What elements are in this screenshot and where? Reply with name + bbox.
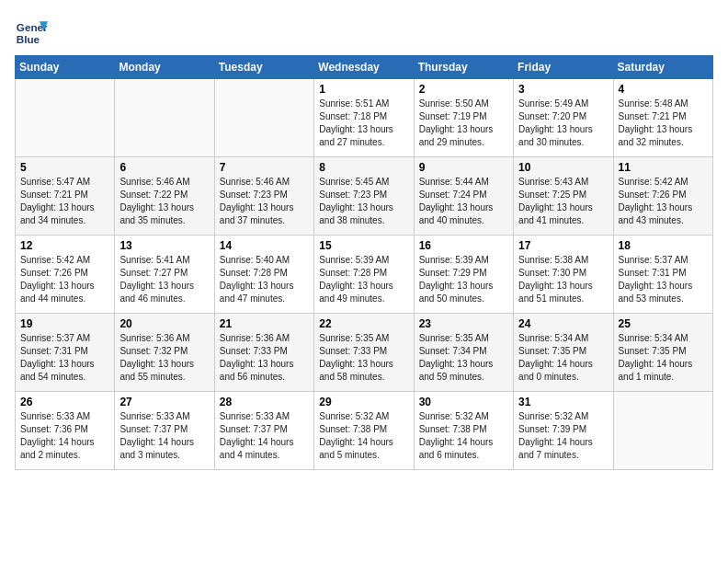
calendar-cell: 2Sunrise: 5:50 AM Sunset: 7:19 PM Daylig… bbox=[414, 79, 513, 157]
day-number: 6 bbox=[119, 161, 209, 174]
day-info: Sunrise: 5:41 AM Sunset: 7:27 PM Dayligh… bbox=[119, 254, 209, 305]
calendar-cell: 17Sunrise: 5:38 AM Sunset: 7:30 PM Dayli… bbox=[514, 236, 613, 314]
calendar-cell bbox=[613, 392, 712, 470]
day-info: Sunrise: 5:39 AM Sunset: 7:28 PM Dayligh… bbox=[319, 254, 408, 305]
svg-text:Blue: Blue bbox=[17, 33, 40, 45]
calendar-cell bbox=[115, 79, 214, 157]
day-info: Sunrise: 5:48 AM Sunset: 7:21 PM Dayligh… bbox=[619, 98, 708, 149]
day-number: 21 bbox=[220, 317, 309, 330]
calendar-cell: 6Sunrise: 5:46 AM Sunset: 7:22 PM Daylig… bbox=[115, 157, 214, 236]
calendar-cell: 16Sunrise: 5:39 AM Sunset: 7:29 PM Dayli… bbox=[414, 236, 513, 314]
day-number: 4 bbox=[619, 83, 708, 96]
page-header: General Blue bbox=[15, 15, 713, 48]
day-number: 15 bbox=[319, 239, 408, 252]
day-number: 25 bbox=[619, 317, 708, 330]
day-number: 10 bbox=[518, 161, 608, 174]
day-info: Sunrise: 5:46 AM Sunset: 7:23 PM Dayligh… bbox=[220, 176, 309, 227]
calendar-body: 1Sunrise: 5:51 AM Sunset: 7:18 PM Daylig… bbox=[16, 79, 713, 470]
day-info: Sunrise: 5:51 AM Sunset: 7:18 PM Dayligh… bbox=[319, 98, 408, 149]
calendar-week-2: 5Sunrise: 5:47 AM Sunset: 7:21 PM Daylig… bbox=[16, 157, 713, 236]
calendar-cell bbox=[16, 79, 115, 157]
day-info: Sunrise: 5:36 AM Sunset: 7:33 PM Dayligh… bbox=[220, 332, 309, 384]
day-number: 26 bbox=[20, 396, 109, 408]
calendar-cell: 10Sunrise: 5:43 AM Sunset: 7:25 PM Dayli… bbox=[514, 157, 613, 236]
day-number: 30 bbox=[419, 396, 508, 408]
day-info: Sunrise: 5:32 AM Sunset: 7:38 PM Dayligh… bbox=[419, 410, 508, 462]
day-info: Sunrise: 5:39 AM Sunset: 7:29 PM Dayligh… bbox=[419, 254, 508, 305]
logo-icon: General Blue bbox=[15, 15, 48, 48]
day-info: Sunrise: 5:34 AM Sunset: 7:35 PM Dayligh… bbox=[619, 332, 708, 384]
day-number: 20 bbox=[119, 317, 209, 330]
day-info: Sunrise: 5:37 AM Sunset: 7:31 PM Dayligh… bbox=[20, 332, 109, 384]
calendar-cell: 14Sunrise: 5:40 AM Sunset: 7:28 PM Dayli… bbox=[214, 236, 313, 314]
calendar-cell: 13Sunrise: 5:41 AM Sunset: 7:27 PM Dayli… bbox=[115, 236, 214, 314]
day-info: Sunrise: 5:32 AM Sunset: 7:38 PM Dayligh… bbox=[319, 410, 408, 462]
day-number: 14 bbox=[220, 239, 309, 252]
weekday-header-friday: Friday bbox=[514, 56, 613, 79]
day-info: Sunrise: 5:33 AM Sunset: 7:36 PM Dayligh… bbox=[20, 410, 109, 462]
day-info: Sunrise: 5:45 AM Sunset: 7:23 PM Dayligh… bbox=[319, 176, 408, 227]
day-number: 27 bbox=[119, 396, 209, 408]
calendar-cell: 3Sunrise: 5:49 AM Sunset: 7:20 PM Daylig… bbox=[514, 79, 613, 157]
day-info: Sunrise: 5:32 AM Sunset: 7:39 PM Dayligh… bbox=[518, 410, 608, 462]
day-info: Sunrise: 5:49 AM Sunset: 7:20 PM Dayligh… bbox=[518, 98, 608, 149]
day-number: 23 bbox=[419, 317, 508, 330]
day-info: Sunrise: 5:50 AM Sunset: 7:19 PM Dayligh… bbox=[419, 98, 508, 149]
day-info: Sunrise: 5:40 AM Sunset: 7:28 PM Dayligh… bbox=[220, 254, 309, 305]
day-number: 9 bbox=[419, 161, 508, 174]
day-info: Sunrise: 5:44 AM Sunset: 7:24 PM Dayligh… bbox=[419, 176, 508, 227]
day-info: Sunrise: 5:35 AM Sunset: 7:34 PM Dayligh… bbox=[419, 332, 508, 384]
day-info: Sunrise: 5:43 AM Sunset: 7:25 PM Dayligh… bbox=[518, 176, 608, 227]
calendar-cell: 31Sunrise: 5:32 AM Sunset: 7:39 PM Dayli… bbox=[514, 392, 613, 470]
weekday-header-saturday: Saturday bbox=[613, 56, 712, 79]
day-info: Sunrise: 5:35 AM Sunset: 7:33 PM Dayligh… bbox=[319, 332, 408, 384]
day-number: 19 bbox=[20, 317, 109, 330]
day-info: Sunrise: 5:42 AM Sunset: 7:26 PM Dayligh… bbox=[619, 176, 708, 227]
calendar-cell: 8Sunrise: 5:45 AM Sunset: 7:23 PM Daylig… bbox=[314, 157, 414, 236]
calendar-cell: 19Sunrise: 5:37 AM Sunset: 7:31 PM Dayli… bbox=[16, 314, 115, 392]
day-info: Sunrise: 5:42 AM Sunset: 7:26 PM Dayligh… bbox=[20, 254, 109, 305]
calendar-week-1: 1Sunrise: 5:51 AM Sunset: 7:18 PM Daylig… bbox=[16, 79, 713, 157]
day-number: 8 bbox=[319, 161, 408, 174]
calendar-cell: 25Sunrise: 5:34 AM Sunset: 7:35 PM Dayli… bbox=[613, 314, 712, 392]
weekday-header-thursday: Thursday bbox=[414, 56, 513, 79]
day-number: 16 bbox=[419, 239, 508, 252]
day-number: 31 bbox=[518, 396, 608, 408]
day-number: 7 bbox=[220, 161, 309, 174]
weekday-row: SundayMondayTuesdayWednesdayThursdayFrid… bbox=[16, 56, 713, 79]
calendar-cell: 12Sunrise: 5:42 AM Sunset: 7:26 PM Dayli… bbox=[16, 236, 115, 314]
day-number: 11 bbox=[619, 161, 708, 174]
calendar-cell: 7Sunrise: 5:46 AM Sunset: 7:23 PM Daylig… bbox=[214, 157, 313, 236]
weekday-header-tuesday: Tuesday bbox=[214, 56, 313, 79]
calendar-week-4: 19Sunrise: 5:37 AM Sunset: 7:31 PM Dayli… bbox=[16, 314, 713, 392]
calendar-cell: 4Sunrise: 5:48 AM Sunset: 7:21 PM Daylig… bbox=[613, 79, 712, 157]
calendar-week-5: 26Sunrise: 5:33 AM Sunset: 7:36 PM Dayli… bbox=[16, 392, 713, 470]
calendar-cell: 27Sunrise: 5:33 AM Sunset: 7:37 PM Dayli… bbox=[115, 392, 214, 470]
day-number: 12 bbox=[20, 239, 109, 252]
calendar-cell: 28Sunrise: 5:33 AM Sunset: 7:37 PM Dayli… bbox=[214, 392, 313, 470]
calendar-cell: 11Sunrise: 5:42 AM Sunset: 7:26 PM Dayli… bbox=[613, 157, 712, 236]
day-number: 18 bbox=[619, 239, 708, 252]
calendar-cell: 20Sunrise: 5:36 AM Sunset: 7:32 PM Dayli… bbox=[115, 314, 214, 392]
day-info: Sunrise: 5:47 AM Sunset: 7:21 PM Dayligh… bbox=[20, 176, 109, 227]
calendar-cell: 22Sunrise: 5:35 AM Sunset: 7:33 PM Dayli… bbox=[314, 314, 414, 392]
calendar-cell: 23Sunrise: 5:35 AM Sunset: 7:34 PM Dayli… bbox=[414, 314, 513, 392]
weekday-header-monday: Monday bbox=[115, 56, 214, 79]
weekday-header-sunday: Sunday bbox=[16, 56, 115, 79]
day-info: Sunrise: 5:34 AM Sunset: 7:35 PM Dayligh… bbox=[518, 332, 608, 384]
day-number: 5 bbox=[20, 161, 109, 174]
calendar-cell: 21Sunrise: 5:36 AM Sunset: 7:33 PM Dayli… bbox=[214, 314, 313, 392]
day-info: Sunrise: 5:33 AM Sunset: 7:37 PM Dayligh… bbox=[220, 410, 309, 462]
day-info: Sunrise: 5:38 AM Sunset: 7:30 PM Dayligh… bbox=[518, 254, 608, 305]
day-number: 13 bbox=[119, 239, 209, 252]
calendar-cell: 26Sunrise: 5:33 AM Sunset: 7:36 PM Dayli… bbox=[16, 392, 115, 470]
day-info: Sunrise: 5:46 AM Sunset: 7:22 PM Dayligh… bbox=[119, 176, 209, 227]
calendar-cell: 5Sunrise: 5:47 AM Sunset: 7:21 PM Daylig… bbox=[16, 157, 115, 236]
calendar-cell: 18Sunrise: 5:37 AM Sunset: 7:31 PM Dayli… bbox=[613, 236, 712, 314]
day-info: Sunrise: 5:33 AM Sunset: 7:37 PM Dayligh… bbox=[119, 410, 209, 462]
calendar-cell: 30Sunrise: 5:32 AM Sunset: 7:38 PM Dayli… bbox=[414, 392, 513, 470]
logo: General Blue bbox=[15, 15, 51, 48]
day-number: 24 bbox=[518, 317, 608, 330]
calendar-cell: 1Sunrise: 5:51 AM Sunset: 7:18 PM Daylig… bbox=[314, 79, 414, 157]
day-number: 3 bbox=[518, 83, 608, 96]
